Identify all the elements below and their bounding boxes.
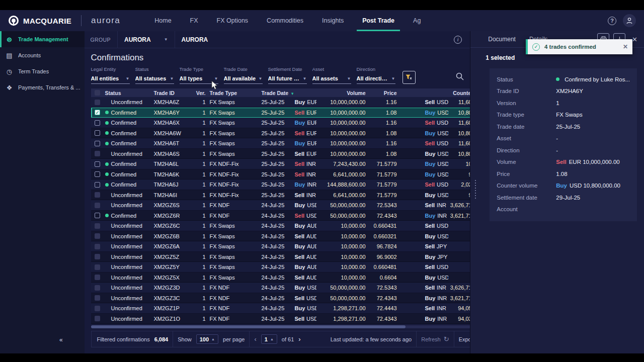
page-number-select[interactable]: 1▲	[261, 334, 277, 344]
detail-value: 29-Jul-25	[556, 195, 580, 201]
row-checkbox[interactable]	[91, 285, 104, 291]
table-row[interactable]: ✓ConfirmedXM2HA6Y1FX Swaps25-Jul-25SellE…	[91, 108, 497, 118]
refresh-button[interactable]: Refresh ↻	[421, 335, 449, 343]
row-checkbox[interactable]	[91, 244, 104, 249]
table-row[interactable]: UnconfirmedXM2HA6S1FX Swaps25-Jul-25Sell…	[91, 149, 497, 159]
row-checkbox[interactable]	[91, 213, 104, 218]
table-row[interactable]: ConfirmedXM2GZ6R1FX NDF24-Jul-25SellUSD5…	[91, 211, 497, 221]
filter-settlement-date[interactable]: Settlement DateAll future dat...▼	[268, 66, 307, 84]
group-selector[interactable]: AURORA ▼	[124, 36, 168, 43]
horizontal-scrollbar-thumb[interactable]	[91, 325, 406, 328]
col-status[interactable]: Status	[104, 90, 152, 96]
table-row[interactable]: UnconfirmedXM2GZ6C1FX Swaps24-Jul-25BuyA…	[91, 221, 497, 231]
nav-item-insights[interactable]: Insights	[322, 10, 344, 31]
row-checkbox[interactable]: ✓	[91, 110, 104, 115]
table-row[interactable]: UnconfirmedXM2GZ6S1FX NDF24-Jul-25BuyUSD…	[91, 200, 497, 211]
col-volume[interactable]: Volume	[316, 90, 366, 96]
trade-type-cell: FX NDF-Fix	[206, 182, 259, 188]
table-row[interactable]: ConfirmedTM2HA6L1FX NDF-Fix25-Jul-25Sell…	[91, 159, 497, 169]
select-all-checkbox[interactable]	[91, 90, 104, 96]
table-row[interactable]: UnconfirmedTM2HA6I1FX NDF-Fix25-Jul-25Se…	[91, 190, 497, 201]
clear-filters-button[interactable]	[403, 71, 416, 84]
row-checkbox[interactable]	[91, 120, 104, 126]
nav-item-commodities[interactable]: Commodities	[267, 10, 303, 31]
row-checkbox[interactable]	[91, 161, 104, 167]
col-trade-id[interactable]: Trade ID	[152, 90, 192, 96]
table-row[interactable]: UnconfirmedXM2GZ6A1FX Swaps24-Jul-25BuyA…	[91, 241, 497, 252]
help-icon[interactable]: ?	[608, 17, 616, 25]
trade-id-cell: TM2HA6K	[152, 171, 192, 177]
avatar[interactable]	[623, 14, 636, 27]
table-row[interactable]: ConfirmedXM2HA6X1FX Swaps25-Jul-25BuyEUR…	[91, 118, 497, 128]
table-row[interactable]: UnconfirmedXM2GZ5Y1FX Swaps24-Jul-25BuyA…	[91, 262, 497, 273]
row-checkbox[interactable]	[91, 100, 104, 105]
row-checkbox[interactable]	[91, 182, 104, 188]
table-row[interactable]: ConfirmedXM2HA6W1FX Swaps25-Jul-25SellEU…	[91, 128, 497, 139]
close-panel-icon[interactable]: ✕	[632, 36, 637, 43]
toast-close-icon[interactable]: ✕	[623, 43, 628, 50]
detail-value-text: 1.08	[556, 171, 567, 177]
col-trade-date[interactable]: Trade Date▼	[259, 90, 293, 96]
side-label: Buy	[425, 213, 436, 219]
panel-resize-handle[interactable]	[475, 180, 476, 199]
filter-trade-type[interactable]: Trade TypeAll types▼	[180, 66, 218, 84]
next-page-button[interactable]: ›	[298, 335, 300, 343]
table-row[interactable]: ConfirmedXM2HA6T1FX Swaps25-Jul-25BuyEUR…	[91, 138, 497, 149]
row-checkbox[interactable]	[91, 275, 104, 280]
row-checkbox[interactable]	[91, 233, 104, 239]
row-checkbox[interactable]	[91, 151, 104, 156]
row-checkbox[interactable]	[91, 306, 104, 311]
table-row[interactable]: UnconfirmedXM2GZ1O1FX NDF24-Jul-25SellUS…	[91, 314, 497, 324]
table-row[interactable]: ConfirmedTM2HA6J1FX NDF-Fix25-Jul-25BuyI…	[91, 179, 497, 190]
row-checkbox[interactable]	[91, 130, 104, 136]
filter-legal-entity[interactable]: Legal EntityAll entities▼	[91, 66, 130, 84]
nav-item-home[interactable]: Home	[154, 10, 171, 31]
sidebar-item-term-trades[interactable]: ◷Term Trades	[0, 63, 85, 79]
currency-label: USD	[437, 192, 448, 198]
row-checkbox[interactable]	[91, 316, 104, 321]
nav-item-ag[interactable]: Ag	[413, 10, 421, 31]
sidebar-item-payments-transfers[interactable]: ❖Payments, Transfers & ...	[0, 79, 85, 96]
row-checkbox[interactable]	[91, 192, 104, 198]
horizontal-scrollbar[interactable]	[91, 325, 497, 328]
row-checkbox[interactable]	[91, 295, 104, 301]
side-label: Sell	[425, 120, 435, 126]
page-size-select[interactable]: 100▲	[196, 334, 218, 344]
filter-direction[interactable]: DirectionAll directions▼	[357, 66, 395, 84]
nav-item-fx[interactable]: FX	[190, 10, 198, 31]
col-version[interactable]: Ver.	[192, 90, 206, 96]
filter-status[interactable]: StatusAll statuses▼	[135, 66, 174, 84]
nav-item-post-trade[interactable]: Post Trade	[362, 10, 394, 31]
sidebar-collapse-button[interactable]: «	[59, 336, 63, 343]
row-checkbox[interactable]	[91, 203, 104, 208]
table-row[interactable]: ConfirmedTM2HA6K1FX NDF-Fix25-Jul-25Sell…	[91, 169, 497, 180]
table-row[interactable]: UnconfirmedXM2GZ5X1FX Swaps24-Jul-25Sell…	[91, 273, 497, 283]
col-trade-type[interactable]: Trade Type	[206, 90, 259, 96]
row-checkbox[interactable]	[91, 223, 104, 229]
sidebar-item-accounts[interactable]: ▤Accounts	[0, 47, 85, 63]
table-row[interactable]: UnconfirmedXM2GZ1P1FX NDF24-Jul-25BuyUSD…	[91, 303, 497, 314]
filter-asset[interactable]: AssetAll assets▼	[312, 66, 351, 84]
filter-trade-date[interactable]: Trade DateAll available▼	[224, 66, 263, 84]
row-checkbox[interactable]	[91, 264, 104, 270]
table-row[interactable]: UnconfirmedXM2HA6Z1FX Swaps25-Jul-25BuyE…	[91, 97, 497, 108]
chevron-down-icon: ▼	[259, 76, 263, 81]
col-price[interactable]: Price	[366, 90, 397, 96]
row-checkbox[interactable]	[91, 171, 104, 177]
sidebar-item-trade-management[interactable]: ⊜Trade Management	[0, 31, 85, 47]
search-icon[interactable]	[456, 72, 464, 82]
side-label: Buy	[295, 305, 305, 311]
filter-value-text: All directions	[357, 75, 390, 81]
previous-page-button[interactable]: ‹	[254, 335, 256, 343]
table-row[interactable]: UnconfirmedXM2GZ6B1FX Swaps24-Jul-25Sell…	[91, 231, 497, 242]
table-row[interactable]: UnconfirmedXM2GZ3C1FX NDF24-Jul-25SellUS…	[91, 293, 497, 304]
trade-id-cell: XM2GZ5Z	[152, 254, 192, 260]
info-icon[interactable]: i	[454, 36, 462, 44]
table-row[interactable]: UnconfirmedXM2GZ5Z1FX Swaps24-Jul-25Sell…	[91, 252, 497, 262]
panel-tab-document[interactable]: Document	[488, 36, 516, 43]
row-checkbox[interactable]	[91, 141, 104, 146]
nav-item-fx-options[interactable]: FX Options	[217, 10, 249, 31]
row-checkbox[interactable]	[91, 254, 104, 259]
table-row[interactable]: UnconfirmedXM2GZ3D1FX NDF24-Jul-25BuyUSD…	[91, 283, 497, 293]
chevron-down-icon: ▼	[126, 76, 130, 81]
